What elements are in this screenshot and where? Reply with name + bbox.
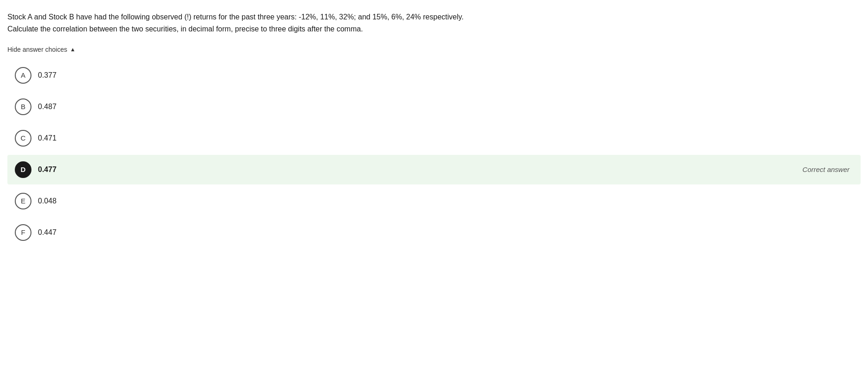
answer-option-c[interactable]: C0.471	[7, 123, 861, 153]
answer-value-e: 0.048	[38, 196, 853, 207]
chevron-up-icon: ▲	[70, 46, 75, 53]
answer-option-e[interactable]: E0.048	[7, 186, 861, 216]
question-line-2: Calculate the correlation between the tw…	[7, 23, 563, 35]
toggle-answers-label: Hide answer choices	[7, 46, 67, 53]
answer-option-b[interactable]: B0.487	[7, 92, 861, 122]
answer-choices-list: A0.377B0.487C0.471D0.477Correct answerE0…	[7, 61, 861, 247]
toggle-answers-button[interactable]: Hide answer choices ▲	[7, 46, 75, 53]
answer-option-a[interactable]: A0.377	[7, 61, 861, 90]
answer-letter-b: B	[15, 98, 31, 115]
answer-letter-f: F	[15, 224, 31, 241]
answer-letter-a: A	[15, 67, 31, 84]
answer-letter-c: C	[15, 130, 31, 147]
answer-letter-d: D	[15, 161, 31, 178]
correct-answer-label: Correct answer	[802, 165, 849, 175]
answer-value-a: 0.377	[38, 70, 853, 81]
question-text: Stock A and Stock B have had the followi…	[7, 11, 563, 35]
answer-value-b: 0.487	[38, 101, 853, 112]
answer-option-d[interactable]: D0.477Correct answer	[7, 155, 861, 184]
answer-value-d: 0.477	[38, 164, 853, 175]
answer-option-f[interactable]: F0.447	[7, 218, 861, 247]
answer-value-f: 0.447	[38, 227, 853, 238]
answer-value-c: 0.471	[38, 133, 853, 144]
question-line-1: Stock A and Stock B have had the followi…	[7, 11, 563, 23]
answer-letter-e: E	[15, 193, 31, 209]
